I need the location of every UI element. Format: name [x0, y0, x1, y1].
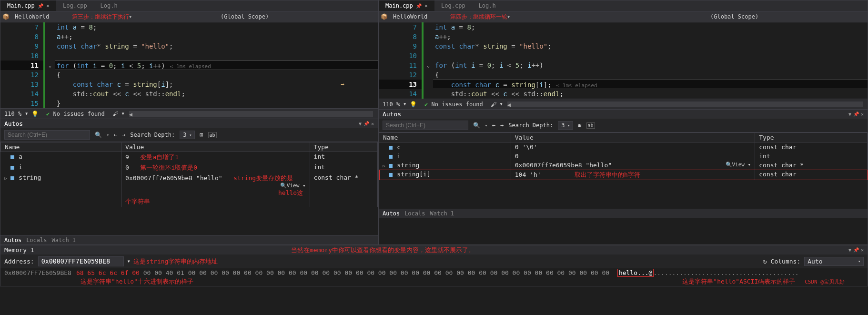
- autos-panel-header[interactable]: Autos ▼📌✕: [379, 109, 868, 119]
- tab-log-h[interactable]: Log.h: [472, 0, 503, 11]
- toolbar-icon[interactable]: ab: [208, 132, 217, 138]
- chevron-down-icon[interactable]: ▼: [129, 15, 131, 19]
- refresh-icon[interactable]: ↻: [763, 258, 767, 265]
- dropdown-icon[interactable]: ▼: [359, 121, 362, 126]
- search-input[interactable]: [4, 130, 90, 140]
- memory-hex-row[interactable]: 0x00007FF7E6059BE8 68 65 6c 6c 6f 00 00 …: [0, 268, 868, 277]
- nav-next-icon[interactable]: →: [122, 132, 125, 138]
- view-button[interactable]: 🔍View ▾: [726, 162, 751, 168]
- pin-icon[interactable]: 📌: [853, 112, 859, 117]
- tab-log-cpp[interactable]: Log.cpp: [434, 0, 472, 11]
- pin-icon[interactable]: 📌: [416, 3, 422, 9]
- footer-tab-locals[interactable]: Locals: [26, 237, 47, 244]
- dropdown-icon[interactable]: ▼: [848, 247, 851, 253]
- project-name[interactable]: HelloWorld: [389, 13, 431, 20]
- chevron-down-icon[interactable]: ▼: [122, 112, 124, 116]
- pin-icon[interactable]: 📌: [363, 121, 369, 126]
- tab-label: Main.cpp: [7, 2, 35, 9]
- project-icon: 📦: [2, 13, 9, 20]
- close-icon[interactable]: ✕: [861, 247, 864, 253]
- expand-icon[interactable]: ▷: [383, 163, 388, 168]
- search-icon[interactable]: 🔍: [95, 132, 102, 138]
- tab-main-cpp[interactable]: Main.cpp📌✕: [0, 0, 56, 11]
- toolbar-icon[interactable]: ⊞: [578, 122, 581, 129]
- autos-footer-tabs: Autos Locals Watch 1: [0, 235, 378, 244]
- lightbulb-icon[interactable]: 💡: [28, 111, 42, 117]
- autos-search-bar: 🔍▾ ←→ Search Depth: 3▾ ⊞ ab: [379, 119, 868, 132]
- project-name[interactable]: HelloWorld: [11, 13, 53, 20]
- table-row[interactable]: i 0int: [379, 152, 868, 161]
- horizontal-scrollbar[interactable]: ◀: [507, 102, 863, 107]
- dropdown-icon[interactable]: ▼: [128, 259, 130, 264]
- scope-dropdown[interactable]: (Global Scope): [211, 13, 378, 20]
- table-row[interactable]: ▷ string 0x00007ff7e6059be8 "hello"🔍View…: [379, 161, 868, 170]
- project-icon: 📦: [381, 13, 387, 20]
- chevron-down-icon[interactable]: ▼: [500, 102, 503, 106]
- search-depth-dropdown[interactable]: 3▾: [558, 121, 573, 130]
- search-input[interactable]: [383, 121, 468, 130]
- panel-title: Autos: [383, 111, 401, 118]
- issues-status[interactable]: ✔ No issues found: [42, 111, 109, 117]
- table-row[interactable]: i 0 第一轮循环i取值是0 int: [1, 163, 378, 173]
- code-editor[interactable]: 78910 ➡11 12131415 ⌄ int a = 8; a++; con…: [0, 22, 378, 108]
- col-type[interactable]: Type: [310, 142, 377, 152]
- code-body[interactable]: int a = 8; a++; const char* string = "he…: [433, 22, 868, 99]
- issues-status[interactable]: ✔ No issues found: [421, 101, 487, 108]
- tab-label: Main.cpp: [385, 2, 413, 9]
- fold-column: ⌄: [45, 22, 55, 108]
- close-icon[interactable]: ✕: [46, 2, 50, 9]
- tab-log-cpp[interactable]: Log.cpp: [56, 0, 94, 11]
- expand-icon[interactable]: ▷: [5, 176, 10, 181]
- dropdown-icon[interactable]: ▼: [848, 112, 851, 117]
- fold-toggle[interactable]: ⌄: [424, 61, 433, 70]
- columns-dropdown[interactable]: Auto ▾: [804, 257, 864, 266]
- svg-rect-4: [389, 155, 393, 159]
- toolbar-icon[interactable]: ab: [586, 122, 595, 129]
- fold-toggle[interactable]: ⌄: [45, 61, 55, 70]
- nav-prev-icon[interactable]: ←: [114, 132, 117, 138]
- scope-dropdown[interactable]: (Global Scope): [701, 13, 868, 20]
- code-editor[interactable]: 78910 1112 ➡13 14 ⌄ int a = 8; a++; cons…: [379, 22, 868, 99]
- footer-tab-autos[interactable]: Autos: [4, 237, 21, 244]
- horizontal-scrollbar[interactable]: ◀: [129, 111, 373, 117]
- col-value[interactable]: Value: [121, 142, 310, 152]
- close-icon[interactable]: ✕: [424, 2, 428, 9]
- variable-icon: [388, 154, 394, 160]
- table-row[interactable]: string[i] 104 'h' 取出了字符串中的h字符 const char: [379, 170, 868, 180]
- col-type[interactable]: Type: [755, 133, 868, 142]
- tab-log-h[interactable]: Log.h: [94, 0, 124, 11]
- tab-main-cpp[interactable]: Main.cpp📌✕: [379, 0, 434, 11]
- memory-header[interactable]: Memory 1 当然在memory中你可以查看你想看的变量内容，这里就不展示了…: [0, 245, 868, 254]
- search-depth-dropdown[interactable]: 3▾: [180, 131, 195, 139]
- pin-icon[interactable]: 📌: [38, 3, 43, 9]
- close-icon[interactable]: ✕: [861, 112, 864, 117]
- col-name[interactable]: Name: [1, 142, 121, 152]
- pin-icon[interactable]: 📌: [853, 247, 859, 253]
- footer-tab-watch[interactable]: Watch 1: [51, 237, 76, 244]
- search-icon[interactable]: 🔍: [473, 122, 480, 129]
- table-row[interactable]: c 0 '\0'const char: [379, 142, 868, 152]
- chevron-down-icon[interactable]: ▼: [507, 15, 510, 19]
- autos-panel-header[interactable]: Autos ▼📌✕: [0, 119, 378, 128]
- toolbar-icon[interactable]: ⊞: [200, 132, 203, 138]
- nav-prev-icon[interactable]: ←: [492, 122, 495, 129]
- nav-next-icon[interactable]: →: [500, 122, 504, 129]
- close-icon[interactable]: ✕: [371, 121, 374, 126]
- lightbulb-icon[interactable]: 💡: [406, 101, 421, 108]
- address-input[interactable]: [38, 256, 124, 266]
- table-row[interactable]: a 9 变量a自增了1 int: [1, 152, 378, 163]
- brush-icon[interactable]: 🖌: [109, 111, 122, 117]
- footer-tab-locals[interactable]: Locals: [404, 210, 425, 217]
- col-value[interactable]: Value: [511, 133, 755, 142]
- zoom-level[interactable]: 110 %: [0, 111, 25, 117]
- footer-tab-watch[interactable]: Watch 1: [430, 210, 454, 217]
- tab-label: Log.h: [101, 2, 118, 9]
- brush-icon[interactable]: 🖌: [487, 101, 500, 108]
- table-row[interactable]: ▷ string 0x00007ff7e6059be8 "hello" stri…: [1, 173, 378, 207]
- zoom-level[interactable]: 110 %: [379, 101, 404, 108]
- variable-icon: [388, 163, 394, 169]
- code-body[interactable]: int a = 8; a++; const char* string = "he…: [55, 22, 378, 108]
- col-name[interactable]: Name: [379, 133, 511, 142]
- footer-tab-autos[interactable]: Autos: [383, 210, 400, 217]
- view-button[interactable]: 🔍View ▾: [280, 183, 306, 189]
